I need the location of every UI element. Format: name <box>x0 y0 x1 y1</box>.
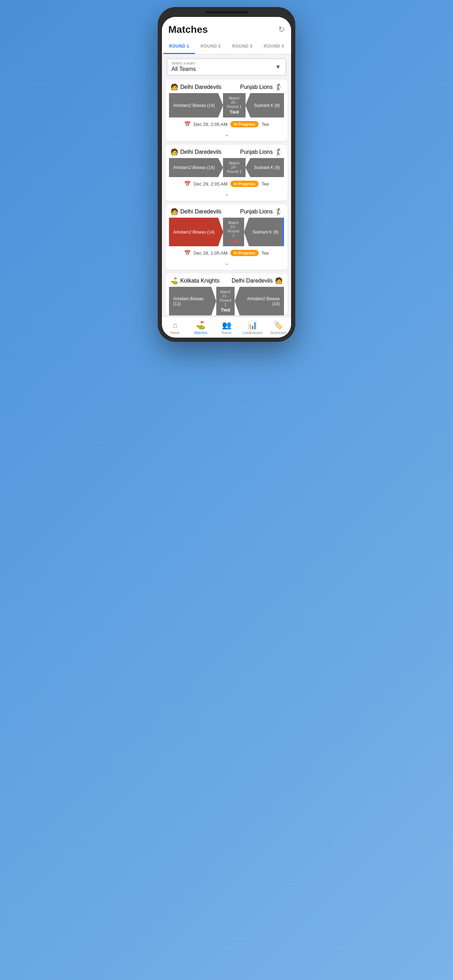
card4-player-left: Arindam Biswas (11) <box>169 287 216 315</box>
match-card-3: 🧑 Delhi Daredevils Punjab Lions 🏌️ Arind… <box>165 204 288 270</box>
card2-header: 🧑 Delhi Daredevils Punjab Lions 🏌️ <box>165 145 288 158</box>
chevron-down-icon-2: ⌄ <box>224 191 229 197</box>
dropdown-label: Select a team <box>172 61 281 65</box>
calendar-icon-2: 📅 <box>184 181 191 187</box>
card1-status-badge: In Progress <box>230 121 259 127</box>
card1-team-left-name: Delhi Daredevils <box>180 84 222 90</box>
app-header: Matches ↻ <box>162 17 291 40</box>
punjab-icon-3: 🏌️ <box>275 208 283 216</box>
card3-date: Dec 28, 1:05 AM <box>194 250 227 256</box>
card1-header: 🧑 Delhi Daredevils Punjab Lions 🏌️ <box>165 80 288 93</box>
card3-team-left: 🧑 Delhi Daredevils <box>170 208 222 216</box>
punjab-icon-2: 🏌️ <box>275 148 283 156</box>
card2-player-left: Arindam2 Biswas (14) <box>169 158 223 177</box>
flag-icon: ⛳ <box>170 277 178 285</box>
golf-flag-nav-icon: ⛳ <box>196 321 205 330</box>
card2-footer: 📅 Dec 29, 2:05 AM In Progress Tee <box>165 177 288 189</box>
card3-expand[interactable]: ⌄ <box>165 258 288 270</box>
card4-team-right-name: Delhi Daredevils <box>232 278 273 284</box>
team-select-dropdown[interactable]: Select a team All Teams ▼ <box>167 59 286 75</box>
match-card-4: ⛳ Kolkata Knights Delhi Daredevils 🧑 Ari… <box>165 274 288 315</box>
card3-match-title: Match 23 - Round 1 <box>227 221 240 237</box>
tab-round3[interactable]: ROUND 3 <box>227 40 258 54</box>
card1-player-left: Arindam2 Biswas (14) <box>169 93 223 118</box>
leaderboard-icon: 📊 <box>248 321 257 330</box>
card1-match-info: Match 25 - Round 1 Tied <box>223 93 245 118</box>
teams-icon: 👥 <box>222 321 231 330</box>
nav-matches[interactable]: ⛳ Matches <box>188 317 213 337</box>
card4-team-left: ⛳ Kolkata Knights <box>170 277 219 285</box>
matches-list: 🧑 Delhi Daredevils Punjab Lions 🏌️ Arind… <box>162 80 291 317</box>
card4-team-right: Delhi Daredevils 🧑 <box>232 277 283 285</box>
page-title: Matches <box>168 24 208 35</box>
card2-team-right-name: Punjab Lions <box>240 149 273 155</box>
nav-leaderboard-label: Leaderboard <box>242 331 262 335</box>
card3-tee: Tee <box>261 250 269 256</box>
card2-team-right: Punjab Lions 🏌️ <box>240 148 283 156</box>
rounds-tabs: ROUND 1 ROUND 2 ROUND 3 ROUND 4 <box>162 40 291 54</box>
chevron-down-icon-3: ⌄ <box>224 259 229 266</box>
card2-player-right: Sushant K (9) <box>246 158 284 177</box>
card3-team-right: Punjab Lions 🏌️ <box>240 208 283 216</box>
chevron-down-icon: ▼ <box>275 64 281 70</box>
tab-round4[interactable]: ROUND 4 <box>258 40 290 54</box>
phone-frame: Matches ↻ ROUND 1 ROUND 2 ROUND 3 ROUND … <box>158 7 295 342</box>
card1-team-right: Punjab Lions 🏌️ <box>240 83 283 91</box>
nav-home[interactable]: ⌂ Home <box>162 317 188 337</box>
card3-player-left: Arindam2 Biswas (14) <box>169 218 223 246</box>
daredevils-icon-2: 🧑 <box>170 148 178 156</box>
card1-player-right: Sushant K (9) <box>246 93 284 118</box>
card3-player-right: Sushant K (9) <box>244 218 284 246</box>
bottom-navigation: ⌂ Home ⛳ Matches 👥 Teams 📊 Leaderboard 🏷… <box>162 317 291 337</box>
card2-team-left: 🧑 Delhi Daredevils <box>170 148 222 156</box>
card1-date: Dec 28, 2:05 AM <box>194 122 227 127</box>
nav-matches-label: Matches <box>194 331 207 335</box>
card2-match-info: Match 24 - Round 1 <box>223 158 245 177</box>
card2-match-title: Match 24 - Round 1 <box>227 161 242 173</box>
scorecard-icon: 🏷️ <box>273 321 283 330</box>
card4-team-left-name: Kolkata Knights <box>180 278 219 284</box>
card4-match-info: Match 21 - Round 1 Tied <box>216 287 235 315</box>
card2-expand[interactable]: ⌄ <box>165 189 288 201</box>
card2-status-badge: In Progress <box>230 181 259 187</box>
refresh-icon[interactable]: ↻ <box>278 25 285 34</box>
nav-leaderboard[interactable]: 📊 Leaderboard <box>240 317 265 337</box>
app-content: Matches ↻ ROUND 1 ROUND 2 ROUND 3 ROUND … <box>162 17 291 337</box>
card3-match-row: Arindam2 Biswas (14) Match 23 - Round 1 … <box>169 218 284 246</box>
card4-header: ⛳ Kolkata Knights Delhi Daredevils 🧑 <box>165 274 288 287</box>
nav-teams[interactable]: 👥 Teams <box>213 317 239 337</box>
punjab-icon-1: 🏌️ <box>275 83 283 91</box>
phone-notch <box>205 11 248 13</box>
daredevils-icon-1: 🧑 <box>170 83 178 91</box>
chevron-down-icon-1: ⌄ <box>224 131 229 138</box>
card4-player-right: Arindam2 Biswas (14) <box>235 287 284 315</box>
card3-match-info: Match 23 - Round 1 1 Up <box>223 218 244 246</box>
card4-match-title: Match 21 - Round 1 <box>220 290 231 307</box>
home-icon: ⌂ <box>173 321 177 330</box>
card1-match-row: Arindam2 Biswas (14) Match 25 - Round 1 … <box>169 93 284 118</box>
tab-round2[interactable]: ROUND 2 <box>195 40 227 54</box>
card2-tee: Tee <box>261 181 269 187</box>
match-card-1: 🧑 Delhi Daredevils Punjab Lions 🏌️ Arind… <box>165 80 288 141</box>
card2-date: Dec 29, 2:05 AM <box>194 181 227 187</box>
dropdown-value: All Teams <box>172 66 281 72</box>
card1-footer: 📅 Dec 28, 2:05 AM In Progress Tee <box>165 118 288 129</box>
card3-footer: 📅 Dec 28, 1:05 AM In Progress Tee <box>165 246 288 258</box>
card1-team-left: 🧑 Delhi Daredevils <box>170 83 222 91</box>
nav-scorecard[interactable]: 🏷️ Scorecard <box>265 317 291 337</box>
card1-team-right-name: Punjab Lions <box>240 84 273 90</box>
daredevils-icon-3: 🧑 <box>170 208 178 216</box>
card1-tee: Tee <box>261 122 269 127</box>
card2-team-left-name: Delhi Daredevils <box>180 149 222 155</box>
card4-match-status: Tied <box>221 307 230 313</box>
card1-match-status: Tied <box>230 109 239 115</box>
card1-match-title: Match 25 - Round 1 <box>227 96 242 109</box>
nav-teams-label: Teams <box>221 331 231 335</box>
card1-expand[interactable]: ⌄ <box>165 129 288 141</box>
card3-header: 🧑 Delhi Daredevils Punjab Lions 🏌️ <box>165 204 288 218</box>
tab-round1[interactable]: ROUND 1 <box>163 40 195 54</box>
calendar-icon-3: 📅 <box>184 250 191 256</box>
calendar-icon-1: 📅 <box>184 121 191 127</box>
phone-screen: Matches ↻ ROUND 1 ROUND 2 ROUND 3 ROUND … <box>162 17 291 337</box>
card4-match-row: Arindam Biswas (11) Match 21 - Round 1 T… <box>169 287 284 315</box>
